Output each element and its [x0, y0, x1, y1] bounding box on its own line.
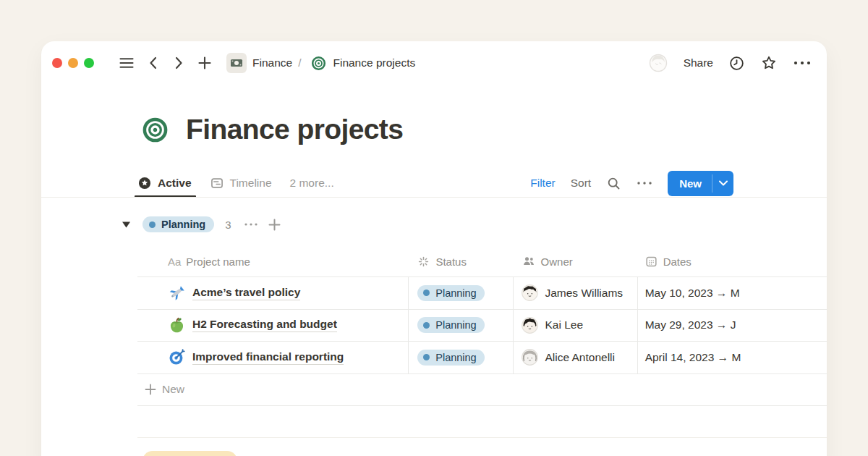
status-label: Planning [435, 319, 476, 331]
view-controls-row: Active Timeline 2 more... Filter Sort [137, 170, 827, 196]
table-row[interactable]: Acme’s travel policy Planning [137, 277, 827, 310]
page-header: Finance projects [142, 114, 403, 145]
group-status-pill[interactable]: Planning [142, 216, 214, 232]
dates-cell[interactable]: May 29, 2023 → J [637, 310, 827, 342]
group-count: 3 [225, 219, 231, 231]
dates-value: May 29, 2023 → J [645, 318, 736, 332]
new-dropdown-chevron-icon[interactable] [712, 171, 733, 196]
minimize-window-button[interactable] [68, 58, 78, 68]
new-button[interactable]: New [668, 171, 733, 196]
favorite-star-icon[interactable] [760, 54, 778, 72]
sidebar-menu-icon[interactable] [118, 54, 135, 72]
group-header-planning: Planning 3 [122, 216, 281, 232]
avatar-kai-lee [522, 317, 538, 334]
table-header-row: Aa Project name Status [137, 246, 827, 277]
avatar-james-williams [522, 284, 538, 301]
table-row[interactable]: H2 Forecasting and budget Planning [137, 310, 827, 342]
group-name: Planning [161, 219, 205, 230]
search-icon[interactable] [606, 176, 621, 191]
view-options-icon[interactable] [637, 180, 652, 186]
zoom-window-button[interactable] [84, 58, 94, 68]
starred-view-icon [137, 176, 152, 190]
app-window: Finance / Finance projects [41, 41, 827, 456]
green-apple-icon [168, 316, 186, 334]
projects-table: Aa Project name Status [137, 246, 827, 406]
tab-active[interactable]: Active [137, 170, 192, 196]
dates-value: May 10, 2023 → M [645, 287, 740, 300]
timeline-view-icon [210, 176, 224, 190]
dates-value: April 14, 2023 → M [645, 351, 741, 364]
column-header-status[interactable]: Status [408, 255, 513, 269]
column-header-dates[interactable]: Dates [637, 255, 827, 269]
avatar-alice-antonelli [522, 349, 538, 366]
filter-button[interactable]: Filter [530, 177, 555, 190]
owner-cell[interactable]: Alice Antonelli [513, 342, 637, 373]
owner-cell[interactable]: James Williams [513, 277, 637, 309]
add-new-row-button[interactable]: New [137, 374, 827, 406]
calendar-property-icon [644, 255, 658, 269]
page-title[interactable]: Finance projects [186, 114, 403, 145]
back-icon[interactable] [146, 55, 161, 71]
dates-cell[interactable]: April 14, 2023 → M [637, 342, 827, 373]
more-options-icon[interactable] [793, 59, 812, 67]
people-property-icon [522, 254, 536, 269]
tab-more[interactable]: 2 more... [290, 170, 334, 196]
next-group-pill[interactable] [142, 451, 237, 456]
tabs-divider [41, 197, 827, 198]
forward-icon[interactable] [171, 55, 186, 71]
column-label-dates: Dates [663, 256, 692, 268]
column-header-owner[interactable]: Owner [514, 254, 637, 269]
column-label-project-name: Project name [186, 256, 250, 268]
finance-workspace-icon[interactable] [226, 53, 247, 73]
status-cell[interactable]: Planning [408, 277, 513, 309]
tab-timeline[interactable]: Timeline [210, 170, 272, 196]
section-divider [137, 437, 827, 438]
column-header-project-name[interactable]: Aa Project name [137, 256, 408, 268]
dart-target-icon [168, 348, 186, 366]
project-name[interactable]: Acme’s travel policy [192, 286, 300, 300]
project-name-cell[interactable]: Improved financial reporting [137, 342, 408, 373]
breadcrumb: Finance / Finance projects [226, 53, 415, 73]
plus-icon [145, 384, 156, 395]
collapse-triangle-icon[interactable] [122, 221, 131, 229]
owner-name: Kai Lee [545, 318, 583, 332]
status-dot [149, 221, 156, 228]
group-add-icon[interactable] [268, 219, 281, 231]
collaborator-avatar [648, 52, 668, 74]
new-button-label[interactable]: New [668, 171, 712, 196]
status-label: Planning [435, 352, 476, 363]
clock-updates-icon[interactable] [728, 55, 745, 72]
page-target-icon [142, 117, 169, 143]
status-property-icon [417, 255, 430, 269]
group-options-icon[interactable] [244, 221, 258, 227]
airplane-icon [168, 284, 186, 302]
breadcrumb-separator: / [298, 56, 301, 69]
sort-button[interactable]: Sort [571, 177, 591, 190]
owner-cell[interactable]: Kai Lee [513, 310, 637, 342]
owner-name: Alice Antonelli [545, 351, 615, 364]
status-label: Planning [435, 287, 476, 299]
status-dot [423, 290, 430, 296]
close-window-button[interactable] [52, 58, 62, 68]
new-page-icon[interactable] [197, 55, 213, 71]
column-label-status: Status [435, 256, 467, 268]
breadcrumb-current-page[interactable]: Finance projects [311, 56, 415, 71]
add-new-row-label: New [162, 383, 184, 396]
project-name-cell[interactable]: H2 Forecasting and budget [137, 310, 408, 342]
project-name[interactable]: H2 Forecasting and budget [192, 318, 337, 332]
window-controls [52, 58, 94, 68]
dates-cell[interactable]: May 10, 2023 → M [637, 277, 827, 309]
top-toolbar: Finance / Finance projects [41, 50, 827, 76]
owner-name: James Williams [545, 287, 623, 300]
text-property-icon: Aa [168, 256, 181, 268]
tab-more-label: 2 more... [290, 177, 334, 190]
status-dot [423, 354, 430, 360]
status-cell[interactable]: Planning [408, 342, 513, 373]
project-name[interactable]: Improved financial reporting [192, 350, 344, 365]
project-name-cell[interactable]: Acme’s travel policy [137, 277, 408, 309]
table-row[interactable]: Improved financial reporting Planning [137, 342, 827, 374]
status-cell[interactable]: Planning [408, 310, 513, 342]
status-dot [423, 322, 430, 329]
share-button[interactable]: Share [684, 56, 713, 69]
breadcrumb-workspace[interactable]: Finance [252, 56, 292, 69]
